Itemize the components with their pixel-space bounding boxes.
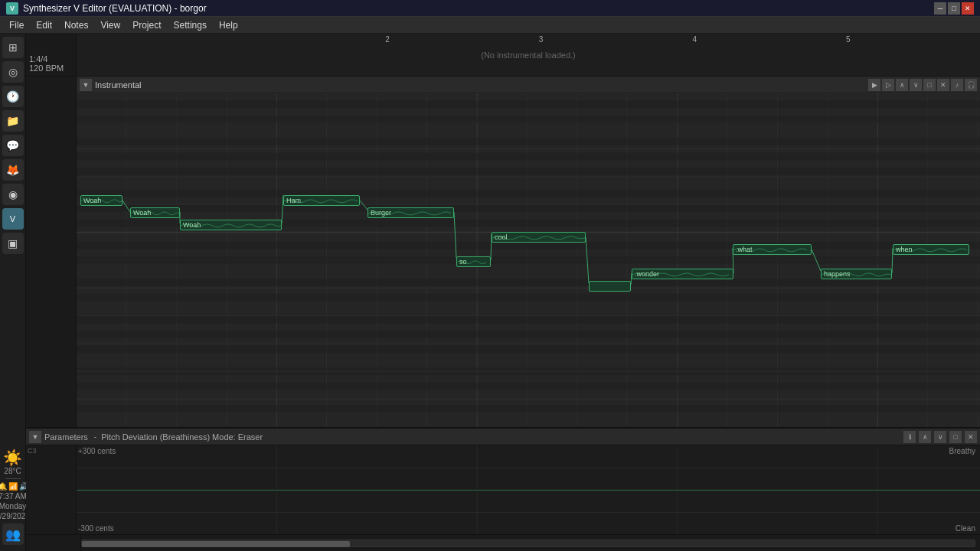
note-wonder[interactable]: .wonder <box>632 269 733 279</box>
editor-outer: C6 C5 C4 <box>26 77 980 551</box>
expand-button[interactable]: □ <box>923 79 936 91</box>
params-center-line <box>77 490 980 491</box>
up-button[interactable]: ∧ <box>896 79 908 91</box>
piano-header: 1:4/4 120 BPM <box>26 34 77 76</box>
track-controls: ▶ ▷ ∧ ∨ □ ✕ ♪ 🎧 <box>868 79 977 91</box>
parameters-header: ▼ Parameters - Pitch Deviation (Breathin… <box>26 429 980 445</box>
content-area: 1:4/4 120 BPM 2 3 4 5 (No instrumental l… <box>26 34 980 551</box>
note-editor[interactable]: ▼ Instrumental ▶ ▷ ∧ ∨ □ ✕ ♪ 🎧 <box>77 77 980 427</box>
sidebar-icon-chat[interactable]: 💬 <box>2 135 24 156</box>
svg-rect-37 <box>77 190 980 197</box>
menu-notes[interactable]: Notes <box>58 18 94 32</box>
note-cool[interactable]: cool <box>492 232 586 243</box>
sidebar-icon-app[interactable]: ▣ <box>2 233 24 254</box>
svg-rect-43 <box>77 294 980 302</box>
play-button[interactable]: ▶ <box>868 79 880 91</box>
statusbar <box>26 534 980 551</box>
svg-rect-49 <box>77 405 980 412</box>
sidebar-icon-synth[interactable]: V <box>2 208 24 230</box>
params-top-value: +300 cents <box>78 447 116 455</box>
piano-roll: C6 C5 C4 <box>26 77 77 427</box>
params-note-c3: C3 <box>28 447 37 455</box>
params-collapse-button[interactable]: ▼ <box>29 431 41 443</box>
menu-help[interactable]: Help <box>213 18 244 32</box>
svg-rect-45 <box>77 331 980 338</box>
svg-rect-46 <box>77 345 980 353</box>
note-ham[interactable]: Ham <box>283 195 360 206</box>
sidebar-icon-color[interactable]: ◉ <box>2 184 24 205</box>
down-button[interactable]: ∨ <box>910 79 922 91</box>
note-empty[interactable] <box>589 281 631 292</box>
params-grid-1 <box>77 468 980 468</box>
svg-rect-48 <box>77 383 980 390</box>
sidebar-icon-clock[interactable]: 🕐 <box>2 86 24 107</box>
svg-rect-34 <box>77 138 980 145</box>
params-close-button[interactable]: ✕ <box>965 431 977 443</box>
window-title: Synthesizer V Editor (EVALUATION) - borg… <box>23 3 934 14</box>
menu-edit[interactable]: Edit <box>30 18 58 32</box>
voice-button[interactable]: 🎧 <box>965 79 977 91</box>
sidebar-icon-firefox[interactable]: 🦊 <box>2 159 24 181</box>
params-expand-button[interactable]: □ <box>949 431 962 443</box>
menu-project[interactable]: Project <box>126 18 167 32</box>
grid-container: // Generate rows <box>77 93 980 427</box>
params-piano-strip: C3 <box>26 445 77 534</box>
note-woah-1[interactable]: Woah <box>80 195 122 206</box>
params-top-right: Breathy <box>949 447 975 455</box>
note-when[interactable]: when <box>893 244 969 255</box>
note-woah-3[interactable]: Woah <box>180 220 282 230</box>
sidebar-icon-windows[interactable]: ⊞ <box>2 37 24 58</box>
close-track-button[interactable]: ✕ <box>937 79 949 91</box>
notes-button[interactable]: ♪ <box>951 79 963 91</box>
sidebar-icon-folder[interactable]: 📁 <box>2 110 24 132</box>
svg-rect-44 <box>77 316 980 324</box>
weather-widget: ☀️ 28°C <box>3 448 22 475</box>
time-display: 7:37 AM <box>0 492 27 500</box>
no-instrumental-message: (No instrumental loaded.) <box>481 51 576 60</box>
svg-rect-42 <box>77 279 980 286</box>
tray-icons: 🔔 📶 🔊 <box>0 482 28 491</box>
note-woah-2[interactable]: Woah <box>130 207 180 218</box>
svg-rect-32 <box>77 101 980 109</box>
ruler-mark-5: 5 <box>844 34 852 45</box>
menu-view[interactable]: View <box>94 18 126 32</box>
params-bottom-value: -300 cents <box>78 524 114 533</box>
params-bottom-right: Clean <box>956 524 975 533</box>
params-info-button[interactable]: ℹ <box>903 431 916 443</box>
horizontal-scrollbar[interactable] <box>81 540 975 547</box>
menu-settings[interactable]: Settings <box>168 18 213 32</box>
note-burger[interactable]: Burger <box>368 207 454 218</box>
play-alt-button[interactable]: ▷ <box>882 79 894 91</box>
system-tray: 🔔 📶 🔊 7:37 AM Monday 5/29/2023 <box>0 482 30 520</box>
params-down-button[interactable]: ∨ <box>934 431 946 443</box>
params-label: Parameters <box>44 432 88 442</box>
transport-header: 1:4/4 120 BPM 2 3 4 5 (No instrumental l… <box>26 34 980 77</box>
main-layout: ⊞ ◎ 🕐 📁 💬 🦊 ◉ V ▣ ☀️ 28°C 🔔 📶 🔊 7:37 AM … <box>0 34 980 551</box>
scrollbar-thumb[interactable] <box>82 541 350 547</box>
params-content[interactable]: +300 cents -300 cents Breathy Clean <box>77 445 980 534</box>
sidebar-icon-users[interactable]: 👥 <box>2 523 24 545</box>
ruler-mark-3: 3 <box>537 34 545 45</box>
date-display: 5/29/2023 <box>0 512 30 520</box>
note-happens[interactable]: happens <box>821 269 892 279</box>
svg-rect-36 <box>77 168 980 175</box>
menu-file[interactable]: File <box>3 18 30 32</box>
note-what[interactable]: .what <box>733 244 812 255</box>
note-so[interactable]: so <box>456 256 491 267</box>
collapse-button[interactable]: ▼ <box>80 79 92 91</box>
svg-rect-33 <box>77 116 980 123</box>
params-grid-2 <box>77 512 980 513</box>
time-signature: 1:4/4 <box>29 54 73 64</box>
titlebar: V Synthesizer V Editor (EVALUATION) - bo… <box>0 0 980 17</box>
close-button[interactable]: ✕ <box>962 2 974 15</box>
svg-rect-38 <box>77 204 980 212</box>
maximize-button[interactable]: □ <box>948 2 960 15</box>
sidebar: ⊞ ◎ 🕐 📁 💬 🦊 ◉ V ▣ ☀️ 28°C 🔔 📶 🔊 7:37 AM … <box>0 34 26 551</box>
params-mode: - <box>94 432 96 441</box>
minimize-button[interactable]: ─ <box>934 2 946 15</box>
params-up-button[interactable]: ∧ <box>919 431 931 443</box>
svg-rect-35 <box>77 153 980 161</box>
ruler-mark-4: 4 <box>691 34 698 45</box>
sidebar-icon-browser[interactable]: ◎ <box>2 61 24 83</box>
svg-rect-40 <box>77 242 980 249</box>
